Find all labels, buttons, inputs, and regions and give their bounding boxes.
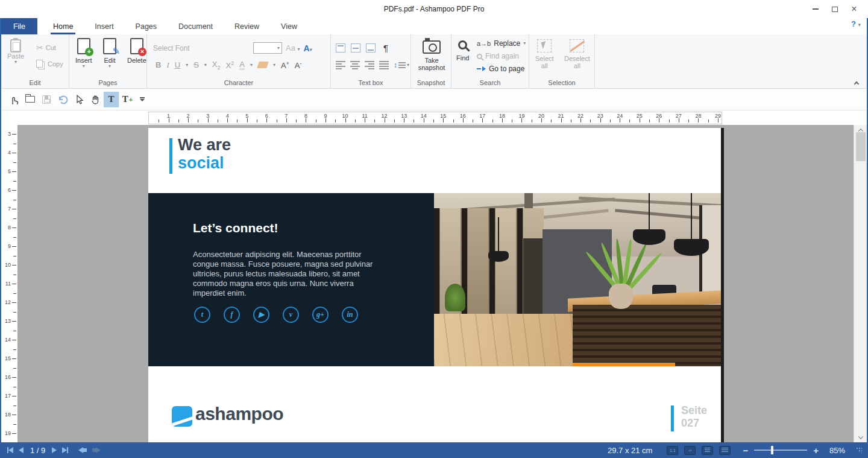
googleplus-icon[interactable]: g+ xyxy=(312,307,329,323)
select-tool-button[interactable] xyxy=(71,92,86,107)
tab-review[interactable]: Review xyxy=(224,18,270,34)
cut-button[interactable]: ✂ Cut xyxy=(36,43,56,52)
ruler-strip: 1234567891011121314151617181920212223242… xyxy=(1,110,867,125)
take-snapshot-button[interactable]: Take snapshot xyxy=(420,40,444,71)
undo-button[interactable] xyxy=(55,92,70,107)
superscript-button[interactable]: X2 xyxy=(226,60,234,70)
close-button[interactable]: × xyxy=(844,0,864,18)
zoom-slider-handle[interactable] xyxy=(771,446,773,454)
continuous-view-icon[interactable] xyxy=(719,446,731,455)
pan-tool-button[interactable] xyxy=(87,92,102,107)
tab-insert[interactable]: Insert xyxy=(84,18,124,34)
youtube-icon[interactable]: ▶ xyxy=(253,307,269,323)
hero-title: Let’s connect! xyxy=(193,221,278,235)
zoom-in-button[interactable]: + xyxy=(813,445,819,456)
zoom-slider[interactable] xyxy=(754,450,807,451)
find-again-button[interactable]: Find again xyxy=(477,52,526,60)
text-select-tool-button[interactable]: T xyxy=(104,92,119,107)
scrollbar-thumb[interactable] xyxy=(856,132,866,161)
ruler-number: 18 xyxy=(1,412,11,418)
goto-page-icon xyxy=(477,66,486,71)
find-icon xyxy=(458,40,467,49)
bold-button[interactable]: B xyxy=(156,60,161,69)
fit-width-icon[interactable]: ‹› xyxy=(684,446,696,455)
help-button[interactable]: ? ▾ xyxy=(851,19,861,28)
zoom-out-button[interactable]: − xyxy=(743,445,748,456)
tab-view[interactable]: View xyxy=(270,18,308,34)
change-case-button[interactable]: Aa ▾ xyxy=(286,43,300,52)
file-menu-button[interactable]: File xyxy=(1,18,37,34)
ribbon-group-character: Select Font ▾ Aa ▾ A▾ B I U▾ S▾ X2 X2 A▾… xyxy=(147,34,331,88)
tab-document[interactable]: Document xyxy=(168,18,224,34)
select-all-button[interactable]: Select all xyxy=(535,39,554,69)
view-back-button[interactable] xyxy=(78,447,87,453)
align-center-button[interactable] xyxy=(350,61,360,69)
open-folder-icon xyxy=(25,96,35,103)
resize-grip[interactable] xyxy=(856,447,862,453)
fit-page-icon[interactable] xyxy=(702,446,713,455)
linkedin-icon[interactable]: in xyxy=(342,307,358,323)
insert-page-icon: + xyxy=(77,38,90,54)
previous-page-button[interactable] xyxy=(19,447,24,453)
ruler-number: 10 xyxy=(1,262,11,268)
align-left-button[interactable] xyxy=(336,61,345,69)
insert-page-button[interactable]: + Insert▾ xyxy=(75,38,92,69)
ruler-number: 14 xyxy=(1,337,11,343)
actual-size-icon[interactable]: 1:1 xyxy=(667,446,678,455)
edit-page-button[interactable]: ✎ Edit▾ xyxy=(103,38,116,69)
justify-button[interactable] xyxy=(379,61,389,69)
hero-section: Let’s connect! Aconsectetuer adipiscing … xyxy=(148,193,721,366)
copy-button[interactable]: Copy xyxy=(36,60,63,68)
deselect-all-button[interactable]: Deselect all xyxy=(564,39,590,69)
minimize-button[interactable] xyxy=(805,0,826,18)
view-forward-button[interactable] xyxy=(92,447,101,453)
tab-home[interactable]: Home xyxy=(42,18,84,34)
ribbon: Paste▾ ✂ Cut Copy Edit + Insert▾ ✎ Edit▾… xyxy=(1,34,867,89)
scroll-down-button[interactable] xyxy=(854,432,867,442)
delete-page-button[interactable]: × Delete xyxy=(127,38,146,64)
line-spacing-button[interactable]: ↕▾ xyxy=(394,61,409,69)
vimeo-icon[interactable]: v xyxy=(283,307,299,323)
align-top-icon[interactable] xyxy=(336,43,345,52)
maximize-button[interactable] xyxy=(825,0,845,18)
collapse-ribbon-button[interactable] xyxy=(855,80,860,85)
formatting-marks-button[interactable]: ¶ xyxy=(383,43,388,53)
save-button[interactable] xyxy=(39,92,54,107)
text-direction-button[interactable]: A▾ xyxy=(304,43,312,53)
align-right-button[interactable] xyxy=(365,61,374,69)
pdf-page[interactable]: We are social Let’s connect! Aconsectetu… xyxy=(148,128,721,442)
document-canvas[interactable]: We are social Let’s connect! Aconsectetu… xyxy=(1,125,855,442)
underline-button[interactable]: U xyxy=(175,60,180,69)
strikethrough-button[interactable]: S xyxy=(193,60,199,69)
shrink-font-button[interactable]: A- xyxy=(295,60,302,70)
open-file-button[interactable] xyxy=(22,92,37,107)
touch-tool-button[interactable] xyxy=(6,92,21,107)
brand-name: ashampoo xyxy=(195,404,283,424)
goto-page-button[interactable]: Go to page xyxy=(477,65,526,73)
highlight-button[interactable] xyxy=(257,62,269,68)
align-bottom-icon[interactable] xyxy=(366,43,376,52)
ruler-number: 19 xyxy=(1,430,11,436)
page-indicator: 1 / 9 xyxy=(30,446,45,455)
italic-button[interactable]: I xyxy=(166,60,169,70)
tab-pages[interactable]: Pages xyxy=(125,18,168,34)
menu-bar: File Home Insert Pages Document Review V… xyxy=(1,18,867,34)
next-page-button[interactable] xyxy=(52,447,57,453)
align-middle-icon[interactable] xyxy=(351,43,360,52)
toolbar-overflow-button[interactable] xyxy=(140,97,145,101)
grow-font-button[interactable]: A+ xyxy=(281,60,289,70)
paste-button[interactable]: Paste▾ xyxy=(7,39,24,65)
subscript-button[interactable]: X2 xyxy=(212,60,221,71)
add-text-tool-button[interactable]: T+ xyxy=(120,92,135,107)
last-page-button[interactable] xyxy=(62,447,68,453)
social-icons-row: tf▶vg+in xyxy=(194,307,358,323)
first-page-button[interactable] xyxy=(7,447,13,453)
twitter-icon[interactable]: t xyxy=(194,307,210,323)
find-button[interactable]: Find xyxy=(456,40,469,62)
font-family-select[interactable]: Select Font xyxy=(153,44,250,52)
replace-button[interactable]: a→b Replace▾ xyxy=(477,39,526,48)
facebook-icon[interactable]: f xyxy=(224,307,240,323)
font-color-button[interactable]: A xyxy=(239,60,245,70)
font-size-combo[interactable]: ▾ xyxy=(253,42,282,54)
vertical-scrollbar[interactable] xyxy=(854,125,867,442)
